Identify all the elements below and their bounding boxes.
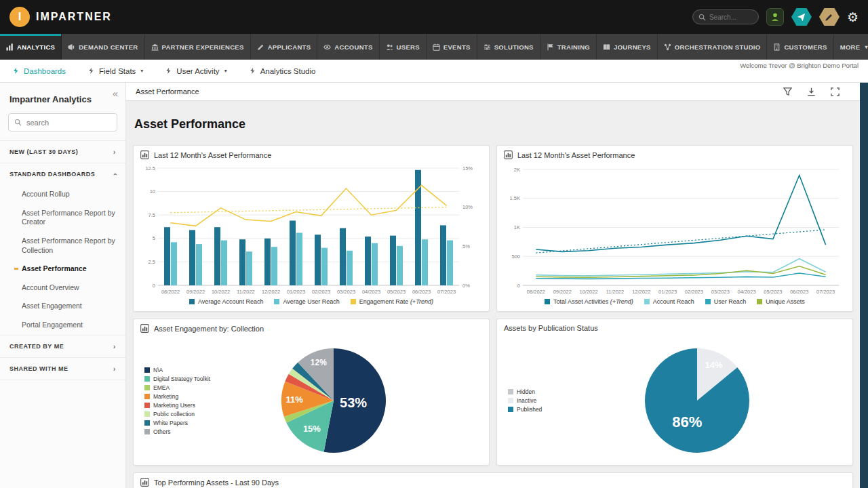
announcements-button[interactable] bbox=[791, 8, 812, 26]
svg-text:01/2023: 01/2023 bbox=[658, 289, 677, 295]
legend-item-average-user-reach: Average User Reach bbox=[274, 298, 339, 305]
svg-text:2K: 2K bbox=[514, 167, 520, 173]
card-title: Last 12 Month's Asset Performance bbox=[517, 151, 635, 159]
svg-text:2.5: 2.5 bbox=[149, 259, 155, 265]
chart-legend: HiddenInactivePublished bbox=[497, 388, 602, 413]
brand[interactable]: I IMPARTNER bbox=[9, 7, 112, 27]
fullscreen-button[interactable] bbox=[831, 87, 840, 96]
svg-text:09/2022: 09/2022 bbox=[186, 289, 205, 295]
legend-label: Others bbox=[153, 428, 171, 435]
sidebar-section-created-by-me[interactable]: CREATED BY ME› bbox=[0, 335, 125, 357]
legend-label: Marketing bbox=[153, 393, 178, 400]
orchestration-icon bbox=[664, 43, 671, 51]
tab-more[interactable]: MORE▾ bbox=[834, 34, 868, 60]
svg-text:03/2023: 03/2023 bbox=[337, 289, 355, 295]
svg-text:7.5: 7.5 bbox=[149, 212, 155, 218]
chart-legend: Total Asset Activities (+Trend)Account R… bbox=[497, 296, 852, 311]
sidebar-item-portal-engagement[interactable]: Portal Engagement bbox=[0, 316, 125, 335]
svg-text:14%: 14% bbox=[705, 360, 723, 370]
tab-accounts[interactable]: ACCOUNTS bbox=[317, 34, 379, 60]
legend-swatch bbox=[508, 398, 513, 403]
solutions-icon bbox=[484, 43, 491, 51]
legend-label: Total Asset Activities (+Trend) bbox=[553, 298, 633, 305]
svg-text:12/2022: 12/2022 bbox=[632, 289, 650, 295]
tab-training[interactable]: TRAINING bbox=[540, 34, 597, 60]
subnav-item-dashboards[interactable]: Dashboards bbox=[12, 67, 66, 75]
sidebar-item-account-rollup[interactable]: Account Rollup bbox=[0, 185, 125, 204]
card-title: Last 12 Month's Asset Performance bbox=[154, 151, 271, 159]
tab-solutions[interactable]: SOLUTIONS bbox=[477, 34, 540, 60]
download-button[interactable] bbox=[807, 87, 816, 96]
sidebar-title: Impartner Analytics bbox=[0, 83, 125, 113]
sidebar-search-input[interactable] bbox=[26, 119, 100, 127]
chevron-right-icon: › bbox=[113, 365, 116, 373]
legend-swatch bbox=[545, 299, 550, 304]
filter-button[interactable] bbox=[783, 87, 792, 96]
legend-swatch bbox=[189, 299, 195, 304]
tab-events[interactable]: EVENTS bbox=[427, 34, 477, 60]
card-asset-performance-bars: Last 12 Month's Asset Performance 02.557… bbox=[133, 145, 490, 312]
legend-swatch bbox=[508, 407, 513, 412]
global-search[interactable] bbox=[692, 9, 759, 24]
card-top-performing-assets: Top Performing Assets - Last 90 Days bbox=[133, 472, 853, 488]
main-content: Asset Performance Asset Performance Last… bbox=[126, 83, 868, 488]
svg-text:11/2022: 11/2022 bbox=[606, 289, 625, 295]
user-icon bbox=[770, 12, 780, 22]
svg-text:03/2023: 03/2023 bbox=[711, 289, 730, 295]
tab-applicants[interactable]: APPLICANTS bbox=[251, 34, 318, 60]
collapse-sidebar-icon[interactable]: « bbox=[113, 87, 118, 99]
card-title: Asset Engagement by: Collection bbox=[154, 325, 264, 333]
tab-users[interactable]: USERS bbox=[380, 34, 427, 60]
sidebar-item-asset-performance-report-by-collection[interactable]: Asset Performance Report by Collection bbox=[0, 232, 125, 260]
sidebar-section-shared-with-me[interactable]: SHARED WITH ME› bbox=[0, 357, 125, 380]
tab-analytics[interactable]: ANALYTICS bbox=[0, 34, 62, 60]
tab-partner-experiences[interactable]: PARTNER EXPERIENCES bbox=[145, 34, 251, 60]
sidebar-section-new-last-30-days[interactable]: NEW (LAST 30 DAYS)› bbox=[0, 140, 125, 163]
scrollbar[interactable] bbox=[860, 83, 868, 488]
legend-label: Marketing Users bbox=[153, 402, 195, 409]
chevron-right-icon: › bbox=[113, 148, 116, 156]
line-chart: 05001K1.5K2K08/202209/202210/202211/2022… bbox=[501, 163, 848, 296]
subnav-item-field-stats[interactable]: Field Stats▾ bbox=[87, 67, 143, 75]
svg-text:01/2023: 01/2023 bbox=[287, 289, 305, 295]
legend-label: White Papers bbox=[153, 420, 188, 426]
legend-swatch bbox=[274, 299, 279, 304]
subnav-item-user-activity[interactable]: User Activity▾ bbox=[165, 67, 226, 75]
legend-swatch bbox=[144, 411, 150, 417]
sidebar-item-asset-engagement[interactable]: Asset Engagement bbox=[0, 297, 125, 316]
tab-label: EVENTS bbox=[443, 43, 471, 51]
sidebar-section-standard-dashboards[interactable]: STANDARD DASHBOARDS› bbox=[0, 163, 125, 185]
card-header: Assets by Publication Status bbox=[497, 319, 852, 336]
tab-demand-center[interactable]: DEMAND CENTER bbox=[62, 34, 144, 60]
sidebar-search[interactable] bbox=[8, 113, 117, 131]
tab-customers[interactable]: CUSTOMERS bbox=[767, 34, 833, 60]
legend-item-marketing: Marketing bbox=[144, 393, 239, 400]
sidebar-item-asset-performance-report-by-creator[interactable]: Asset Performance Report by Creator bbox=[0, 204, 125, 232]
legend-item-white-papers: White Papers bbox=[144, 420, 239, 426]
svg-text:11%: 11% bbox=[286, 394, 304, 405]
tab-orchestration-studio[interactable]: ORCHESTRATION STUDIO bbox=[658, 34, 768, 60]
card-header: Last 12 Month's Asset Performance bbox=[497, 146, 852, 163]
subnav-item-analytics-studio[interactable]: Analytics Studio bbox=[249, 67, 316, 75]
edit-button[interactable] bbox=[819, 8, 840, 26]
chart-card-icon bbox=[504, 150, 513, 159]
bolt-icon bbox=[12, 67, 20, 75]
legend-item-others: Others bbox=[144, 428, 239, 435]
legend-swatch bbox=[144, 367, 150, 373]
tab-journeys[interactable]: JOURNEYS bbox=[597, 34, 658, 60]
tab-label: TRAINING bbox=[557, 43, 590, 51]
search-icon bbox=[14, 119, 22, 126]
svg-text:06/2023: 06/2023 bbox=[412, 289, 431, 295]
chart-card-icon bbox=[140, 324, 149, 333]
tab-label: USERS bbox=[397, 43, 420, 51]
settings-button[interactable]: ⚙ bbox=[847, 11, 859, 24]
sidebar-item-account-overview[interactable]: Account Overview bbox=[0, 279, 125, 298]
legend-label: EMEA bbox=[153, 384, 170, 391]
user-avatar-button[interactable] bbox=[766, 8, 784, 26]
global-search-input[interactable] bbox=[709, 14, 749, 21]
topbar: I IMPARTNER ⚙ bbox=[0, 0, 868, 34]
sidebar-item-asset-performance[interactable]: Asset Performance bbox=[0, 260, 125, 279]
legend-item-published: Published bbox=[508, 406, 602, 413]
journeys-icon bbox=[603, 43, 610, 51]
legend-swatch bbox=[757, 299, 762, 304]
